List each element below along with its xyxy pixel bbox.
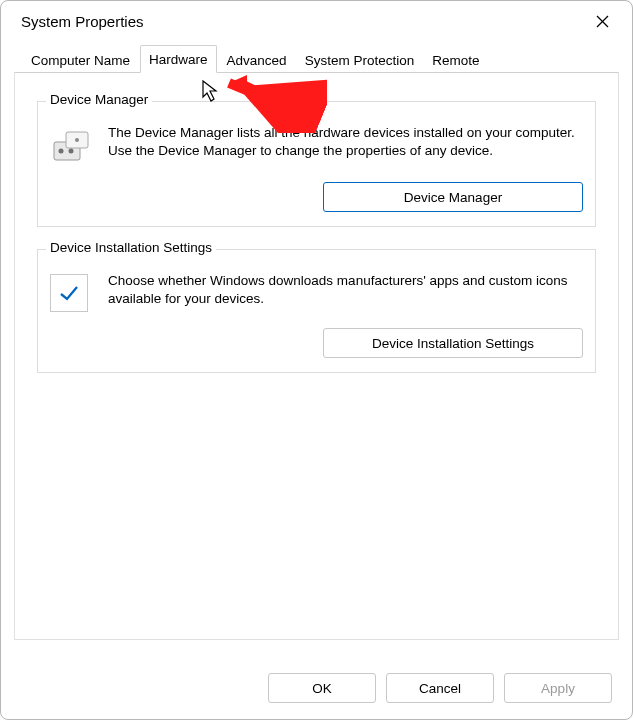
device-manager-icon <box>50 126 94 166</box>
device-install-group: Device Installation Settings Choose whet… <box>37 249 596 373</box>
close-icon <box>596 15 609 28</box>
tab-advanced[interactable]: Advanced <box>219 47 295 73</box>
svg-point-5 <box>69 149 74 154</box>
device-manager-group: Device Manager The Device Manager lists … <box>37 101 596 227</box>
tab-hardware[interactable]: Hardware <box>140 45 217 73</box>
device-install-group-title: Device Installation Settings <box>46 240 216 255</box>
device-manager-description: The Device Manager lists all the hardwar… <box>108 124 583 160</box>
svg-point-4 <box>59 149 64 154</box>
content-panel: Device Manager The Device Manager lists … <box>14 72 619 640</box>
device-manager-button[interactable]: Device Manager <box>323 182 583 212</box>
ok-button[interactable]: OK <box>268 673 376 703</box>
cancel-button[interactable]: Cancel <box>386 673 494 703</box>
close-button[interactable] <box>584 7 620 35</box>
window-title: System Properties <box>21 13 144 30</box>
tab-system-protection[interactable]: System Protection <box>297 47 423 73</box>
tabs-row: Computer Name Hardware Advanced System P… <box>1 43 632 73</box>
apply-button: Apply <box>504 673 612 703</box>
device-install-settings-button[interactable]: Device Installation Settings <box>323 328 583 358</box>
dialog-footer: OK Cancel Apply <box>268 673 612 703</box>
device-manager-group-title: Device Manager <box>46 92 152 107</box>
device-install-description: Choose whether Windows downloads manufac… <box>108 272 583 308</box>
tab-remote[interactable]: Remote <box>424 47 487 73</box>
checkmark-icon <box>50 274 88 312</box>
svg-point-6 <box>75 138 79 142</box>
system-properties-window: System Properties Computer Name Hardware… <box>0 0 633 720</box>
tab-computer-name[interactable]: Computer Name <box>23 47 138 73</box>
titlebar: System Properties <box>1 1 632 43</box>
